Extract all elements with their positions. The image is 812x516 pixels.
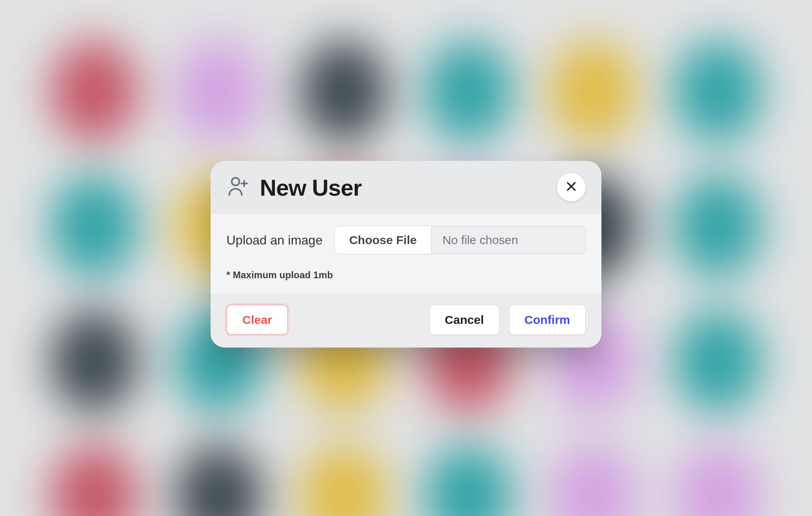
modal-title: New User <box>260 174 547 200</box>
close-icon <box>565 180 578 194</box>
clear-button[interactable]: Clear <box>226 305 288 335</box>
upload-row: Upload an image Choose File No file chos… <box>226 226 586 254</box>
choose-file-button[interactable]: Choose File <box>335 226 431 254</box>
close-button[interactable] <box>557 173 586 202</box>
modal-body: Upload an image Choose File No file chos… <box>211 214 601 294</box>
modal-header: New User <box>211 161 601 214</box>
file-input[interactable]: Choose File No file chosen <box>334 226 586 254</box>
file-status-text: No file chosen <box>431 226 585 254</box>
svg-point-0 <box>232 178 239 185</box>
cancel-button[interactable]: Cancel <box>429 305 499 335</box>
upload-hint: * Maximum upload 1mb <box>226 270 586 281</box>
confirm-button[interactable]: Confirm <box>509 305 586 335</box>
modal-footer: Clear Cancel Confirm <box>211 294 601 348</box>
upload-label: Upload an image <box>226 233 323 247</box>
user-plus-icon <box>226 175 249 200</box>
new-user-modal: New User Upload an image Choose File No … <box>211 161 601 348</box>
